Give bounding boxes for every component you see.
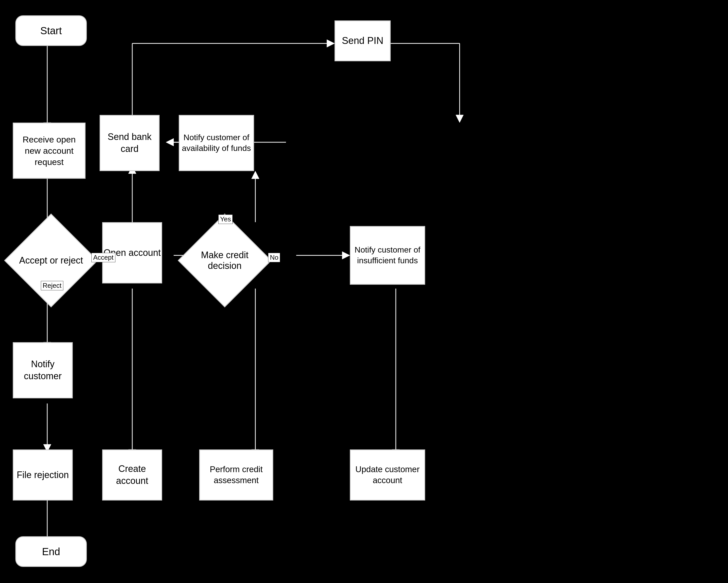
svg-marker-22 <box>166 138 174 146</box>
reject-label: Reject <box>41 281 63 290</box>
notify-availability-node: Notify customer of availability of funds <box>179 115 254 171</box>
no-label: No <box>268 253 280 262</box>
receive-request-node: Receive open new account request <box>13 123 85 179</box>
start-node: Start <box>15 15 87 46</box>
send-bank-card-node: Send bank card <box>100 115 160 171</box>
notify-customer-node: Notify customer <box>13 342 73 398</box>
end-node: End <box>15 536 87 567</box>
make-credit-decision-diamond: Make credit decision <box>186 222 263 299</box>
file-rejection-node: File rejection <box>13 450 73 501</box>
perform-credit-assessment-node: Perform credit assessment <box>199 450 273 501</box>
notify-insufficient-node: Notify customer of insufficient funds <box>350 226 425 285</box>
svg-marker-25 <box>327 40 335 47</box>
yes-label: Yes <box>218 214 233 224</box>
svg-marker-34 <box>456 115 464 123</box>
create-account-node: Create account <box>102 450 162 501</box>
send-pin-node: Send PIN <box>335 20 391 61</box>
update-customer-account-node: Update customer account <box>350 450 425 501</box>
svg-marker-18 <box>252 171 259 179</box>
accept-label: Accept <box>92 253 115 262</box>
svg-marker-20 <box>342 252 350 259</box>
